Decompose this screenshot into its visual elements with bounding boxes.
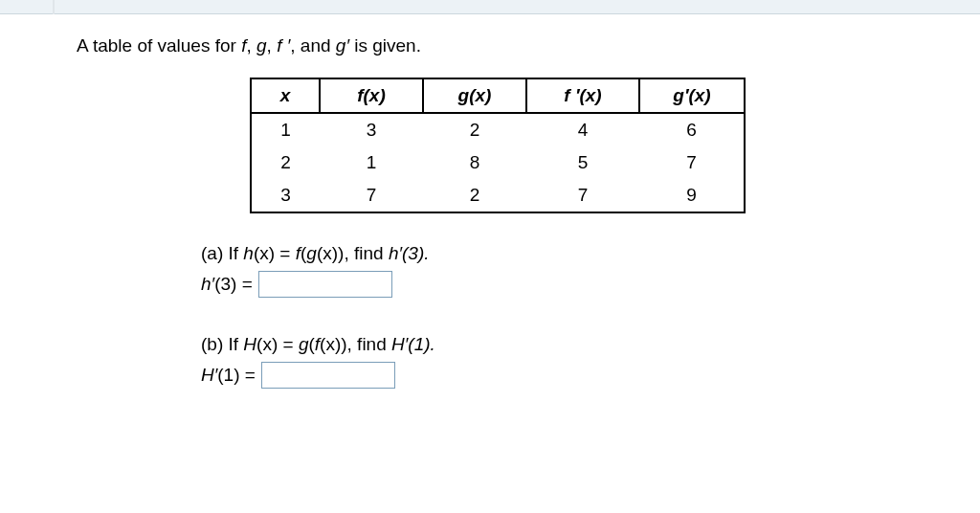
header-gx-label: g(x) xyxy=(458,85,492,105)
intro-fprime: f ′ xyxy=(277,35,290,56)
cell-fpx: 7 xyxy=(526,179,639,212)
table-row: 2 1 8 5 7 xyxy=(251,146,745,179)
cell-x: 3 xyxy=(251,179,320,212)
part-b-rhs-outer: g xyxy=(299,334,309,354)
part-a-eq: = xyxy=(275,243,296,263)
cell-gx: 2 xyxy=(423,179,526,212)
cell-gpx: 6 xyxy=(639,113,745,146)
intro-sep: , xyxy=(267,35,278,56)
cell-fpx: 5 xyxy=(526,146,639,179)
cell-gpx: 9 xyxy=(639,179,745,212)
part-a-answer-label: h′(3) = xyxy=(201,269,253,300)
values-table: x f(x) g(x) f ′(x) g′(x) 1 3 2 4 6 2 1 8… xyxy=(250,78,746,213)
header-fx: f(x) xyxy=(320,78,423,113)
part-a-prompt: (a) If h(x) = f(g(x)), find h′(3). xyxy=(201,238,919,269)
part-b-answer-line: H′(1) = xyxy=(201,360,919,390)
cell-gpx: 7 xyxy=(639,146,745,179)
part-b-answer-label: H′(1) = xyxy=(201,360,256,390)
header-x: x xyxy=(251,78,320,113)
header-fpx-label: f ′(x) xyxy=(564,85,601,105)
cell-fpx: 4 xyxy=(526,113,639,146)
table-row: 1 3 2 4 6 xyxy=(251,113,745,146)
part-a-tail: , find xyxy=(344,243,388,263)
part-b-lhs-arg: (x) xyxy=(256,334,278,354)
table-row: 3 7 2 7 9 xyxy=(251,179,745,212)
header-gx: g(x) xyxy=(423,78,526,113)
intro-g: g xyxy=(256,35,267,56)
part-a-target: h′(3). xyxy=(389,243,430,263)
part-b-target: H′(1). xyxy=(391,334,435,354)
part-a-rhs-innerarg: (x) xyxy=(317,243,338,263)
part-a: (a) If h(x) = f(g(x)), find h′(3). h′(3)… xyxy=(201,238,919,301)
header-fpx: f ′(x) xyxy=(526,78,639,113)
header-gpx: g′(x) xyxy=(639,78,745,113)
part-a-answer-input[interactable] xyxy=(258,271,392,298)
part-b-prompt: (b) If H(x) = g(f(x)), find H′(1). xyxy=(201,329,919,360)
part-b-answer-arg: (1) = xyxy=(217,365,256,385)
intro-sep: , and xyxy=(290,35,336,56)
intro-text: A table of values for f, g, f ′, and g′ … xyxy=(77,35,919,56)
cell-x: 2 xyxy=(251,146,320,179)
part-a-rhs-inner: g xyxy=(306,243,317,263)
intro-gprime: g′ xyxy=(336,35,349,56)
cell-gx: 2 xyxy=(423,113,526,146)
part-a-answer-func: h′ xyxy=(201,274,214,294)
header-fx-label: f(x) xyxy=(357,85,386,105)
part-a-answer-line: h′(3) = xyxy=(201,269,919,300)
part-b-lhs-func: H xyxy=(243,334,256,354)
intro-sep: , xyxy=(246,35,256,56)
part-b-eq: = xyxy=(278,334,299,354)
part-b-rhs-innerarg: (x) xyxy=(320,334,341,354)
question-content: A table of values for f, g, f ′, and g′ … xyxy=(0,14,919,390)
cell-x: 1 xyxy=(251,113,320,146)
part-a-lhs-func: h xyxy=(243,243,254,263)
part-b: (b) If H(x) = g(f(x)), find H′(1). H′(1)… xyxy=(201,329,919,391)
header-gpx-label: g′(x) xyxy=(673,85,710,105)
window-chrome-strip xyxy=(0,0,980,14)
cell-fx: 1 xyxy=(320,146,423,179)
part-a-label: (a) If xyxy=(201,243,243,263)
cell-fx: 7 xyxy=(320,179,423,212)
part-a-answer-arg: (3) = xyxy=(214,274,253,294)
intro-suffix: is given. xyxy=(349,35,421,56)
cell-gx: 8 xyxy=(423,146,526,179)
part-b-answer-func: H′ xyxy=(201,365,217,385)
part-b-tail: , find xyxy=(347,334,391,354)
part-b-label: (b) If xyxy=(201,334,243,354)
intro-prefix: A table of values for xyxy=(77,35,241,56)
header-x-label: x xyxy=(280,85,291,105)
table-header-row: x f(x) g(x) f ′(x) g′(x) xyxy=(251,78,745,113)
part-a-lhs-arg: (x) xyxy=(254,243,275,263)
cell-fx: 3 xyxy=(320,113,423,146)
part-b-answer-input[interactable] xyxy=(261,362,395,389)
